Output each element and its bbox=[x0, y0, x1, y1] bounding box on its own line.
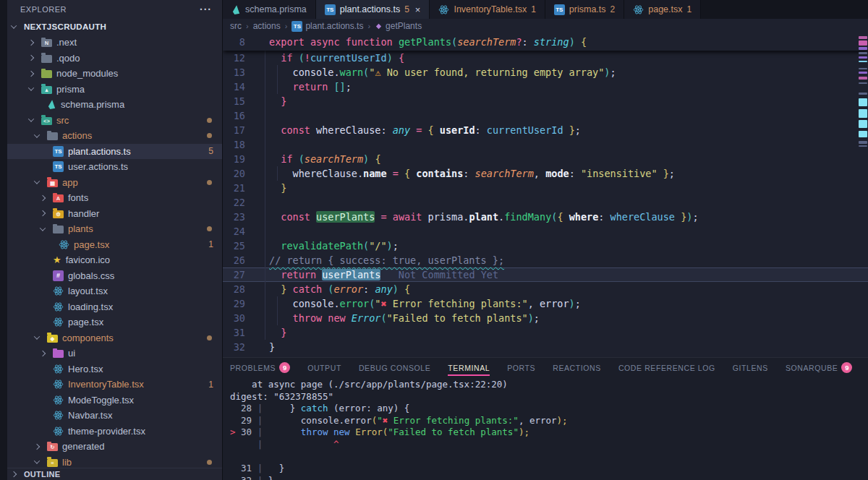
tree-item-label: page.tsx bbox=[68, 317, 103, 327]
indent-guide bbox=[265, 51, 265, 340]
code-line-23[interactable]: 23 const userPlants = await prisma.plant… bbox=[223, 210, 868, 224]
problem-count-badge: 5 bbox=[208, 146, 213, 156]
code-line-29[interactable]: 29 console.error("✖ Error fetching plant… bbox=[223, 296, 868, 311]
line-number: 25 bbox=[223, 239, 255, 253]
tree-item-fonts[interactable]: Afonts bbox=[7, 190, 222, 206]
tab-plant-actions-ts[interactable]: TSplant.actions.ts5× bbox=[316, 0, 430, 19]
code-line-32[interactable]: 32} bbox=[223, 340, 868, 354]
breadcrumb-item-plant-actions-ts[interactable]: TSplant.actions.ts bbox=[292, 21, 363, 32]
tree-item-layout-tsx[interactable]: layout.tsx bbox=[7, 283, 222, 299]
terminal-output[interactable]: at async page (./src/app/plants/page.tsx… bbox=[230, 379, 865, 480]
tree-item-prisma[interactable]: ▲prisma bbox=[7, 82, 222, 98]
tree-item-label: plant.actions.ts bbox=[68, 146, 131, 157]
line-number: 29 bbox=[223, 296, 255, 311]
tree-item-lib[interactable]: ≡lib bbox=[7, 455, 222, 469]
code-line-14[interactable]: 14 return []; bbox=[223, 80, 868, 94]
terminal-line: at async page (./src/app/plants/page.tsx… bbox=[230, 379, 865, 391]
tree-item-navbar-tsx[interactable]: Navbar.tsx bbox=[7, 408, 222, 424]
code-text: console.warn("⚠ No user found, returning… bbox=[255, 65, 868, 80]
method-symbol-icon bbox=[375, 22, 383, 30]
panel-tab-badge: 9 bbox=[279, 362, 290, 373]
minimap[interactable] bbox=[858, 35, 868, 357]
tree-item-handler[interactable]: ⚙handler bbox=[7, 206, 222, 222]
tree-item-page-tsx[interactable]: page.tsx bbox=[7, 314, 222, 330]
tree-item-ui[interactable]: ui bbox=[7, 346, 222, 361]
tree-item-label: Navbar.tsx bbox=[68, 410, 112, 421]
indent-guide bbox=[277, 65, 278, 94]
panel-tab-problems[interactable]: PROBLEMS9 bbox=[230, 358, 290, 377]
tree-item-plants[interactable]: plants bbox=[7, 221, 222, 237]
tree-item-label: fonts bbox=[68, 192, 88, 203]
tab-schema-prisma[interactable]: schema.prisma bbox=[223, 0, 316, 19]
tree-item--next[interactable]: N.next bbox=[7, 35, 222, 51]
code-line-22[interactable]: 22 bbox=[223, 195, 868, 210]
code-line-30[interactable]: 30 throw new Error("Failed to fetch plan… bbox=[223, 311, 868, 325]
code-editor[interactable]: 8 export async function getPlants(search… bbox=[223, 33, 868, 357]
panel-tab-sonarqube[interactable]: SONARQUBE9 bbox=[786, 358, 853, 377]
chevron-down-icon bbox=[28, 85, 34, 91]
code-line-21[interactable]: 21 } bbox=[223, 181, 868, 195]
code-line-17[interactable]: 17 const whereClause: any = { userId: cu… bbox=[223, 123, 868, 137]
code-line-27[interactable]: 27 return userPlants Not Committed Yet bbox=[223, 267, 868, 282]
tree-item-inventorytable-tsx[interactable]: InventoryTable.tsx1 bbox=[7, 377, 222, 393]
tab-inventorytable-tsx[interactable]: InventoryTable.tsx1 bbox=[430, 0, 545, 19]
more-actions-icon[interactable]: ··· bbox=[200, 4, 212, 15]
breadcrumb-item-src[interactable]: src bbox=[230, 21, 242, 31]
code-text: } bbox=[255, 325, 868, 340]
code-line-13[interactable]: 13 console.warn("⚠ No user found, return… bbox=[223, 65, 868, 80]
code-line-28[interactable]: 28 } catch (error: any) { bbox=[223, 282, 868, 296]
tree-root-folder[interactable]: NEXTJSCRUDAUTH bbox=[7, 19, 222, 35]
tree-item-node-modules[interactable]: node_modules bbox=[7, 66, 222, 82]
folder-icon: ≡ bbox=[47, 459, 58, 467]
breadcrumb-item-getplants[interactable]: getPlants bbox=[375, 21, 422, 31]
tree-item-favicon-ico[interactable]: ★favicon.ico bbox=[7, 252, 222, 268]
tree-item--qodo[interactable]: .qodo bbox=[7, 51, 222, 67]
panel-tab-ports[interactable]: PORTS bbox=[507, 358, 535, 377]
code-line-26[interactable]: 26// return { success: true, userPlants … bbox=[223, 253, 868, 267]
tree-item-components[interactable]: ◆components bbox=[7, 330, 222, 346]
panel-tab-reactions[interactable]: REACTIONS bbox=[553, 358, 601, 377]
tree-item-theme-provider-tsx[interactable]: theme-provider.tsx bbox=[7, 424, 222, 440]
tree-item-hero-tsx[interactable]: Hero.tsx bbox=[7, 361, 222, 377]
code-line-18[interactable]: 18 bbox=[223, 137, 868, 152]
tab-prisma-ts[interactable]: TSprisma.ts2 bbox=[545, 0, 624, 19]
minimap-mark bbox=[859, 145, 867, 147]
tree-item-src[interactable]: <>src bbox=[7, 113, 222, 129]
close-icon[interactable]: × bbox=[415, 4, 421, 15]
tree-item-app[interactable]: ▦app bbox=[7, 175, 222, 191]
tab-page-tsx[interactable]: page.tsx1 bbox=[624, 0, 701, 19]
breadcrumb-item-actions[interactable]: actions bbox=[253, 21, 281, 31]
modified-dot-badge bbox=[207, 180, 212, 185]
code-line-19[interactable]: 19 if (searchTerm) { bbox=[223, 152, 868, 166]
tree-item-plant-actions-ts[interactable]: TSplant.actions.ts5 bbox=[7, 144, 222, 160]
outline-section[interactable]: OUTLINE bbox=[7, 468, 222, 480]
tree-item-generated[interactable]: ↻generated bbox=[7, 439, 222, 455]
tree-item-page-tsx[interactable]: page.tsx1 bbox=[7, 237, 222, 253]
code-line-20[interactable]: 20 whereClause.name = { contains: search… bbox=[223, 166, 868, 181]
sticky-code: export async function getPlants(searchTe… bbox=[255, 33, 868, 51]
tree-item-actions[interactable]: actions bbox=[7, 128, 222, 144]
panel-tab-code-reference-log[interactable]: CODE REFERENCE LOG bbox=[618, 358, 715, 377]
panel-tab-bar: PROBLEMS9OUTPUTDEBUG CONSOLETERMINALPORT… bbox=[223, 358, 868, 377]
tree-item-loading-tsx[interactable]: loading.tsx bbox=[7, 299, 222, 315]
tree-item-user-actions-ts[interactable]: TSuser.actions.ts bbox=[7, 159, 222, 175]
line-number: 30 bbox=[223, 311, 255, 325]
panel-tab-debug-console[interactable]: DEBUG CONSOLE bbox=[359, 358, 430, 377]
minimap-mark bbox=[859, 56, 867, 59]
tree-item-schema-prisma[interactable]: schema.prisma bbox=[7, 97, 222, 113]
code-line-16[interactable]: 16 bbox=[223, 108, 868, 123]
typescript-icon: TS bbox=[554, 4, 565, 15]
code-line-24[interactable]: 24 bbox=[223, 224, 868, 239]
panel-tab-output[interactable]: OUTPUT bbox=[307, 358, 341, 377]
sticky-scroll-line[interactable]: 8 export async function getPlants(search… bbox=[223, 33, 868, 51]
favicon-star-icon: ★ bbox=[53, 255, 61, 265]
code-line-15[interactable]: 15 } bbox=[223, 94, 868, 108]
panel-tab-gitlens[interactable]: GITLENS bbox=[733, 358, 768, 377]
tree-item-label: .qodo bbox=[56, 53, 80, 64]
tree-item-modetoggle-tsx[interactable]: ModeToggle.tsx bbox=[7, 393, 222, 408]
tree-item-globals-css[interactable]: #globals.css bbox=[7, 268, 222, 284]
panel-tab-terminal[interactable]: TERMINAL bbox=[448, 358, 490, 377]
code-line-25[interactable]: 25 revalidatePath("/"); bbox=[223, 239, 868, 253]
code-line-31[interactable]: 31 } bbox=[223, 325, 868, 340]
code-line-12[interactable]: 12 if (!currentUserId) { bbox=[223, 51, 868, 65]
